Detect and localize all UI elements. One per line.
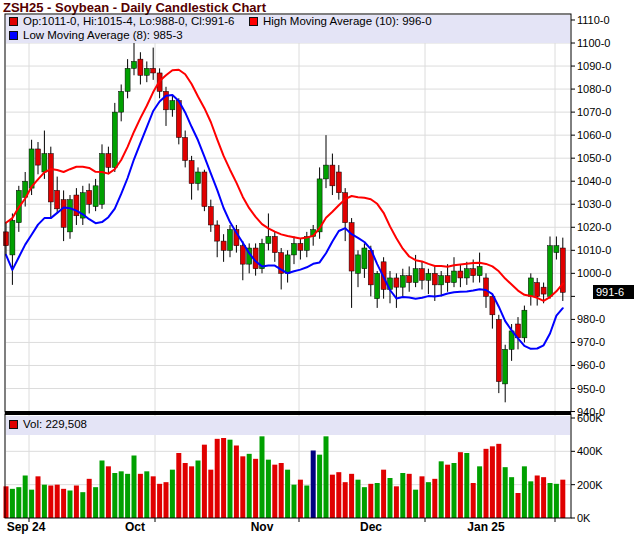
volume-bar xyxy=(356,480,361,518)
x-axis-month-label: Oct xyxy=(125,521,145,533)
volume-bar xyxy=(394,486,399,518)
volume-bar xyxy=(253,459,258,518)
candle-down xyxy=(55,190,60,208)
pane-separator xyxy=(5,411,571,415)
volume-bar xyxy=(234,446,239,519)
candle-down xyxy=(215,225,220,241)
volume-bar xyxy=(535,476,540,519)
volume-bar xyxy=(170,470,175,518)
volume-bar xyxy=(388,478,393,518)
volume-bar xyxy=(247,454,252,518)
volume-bar xyxy=(183,463,188,518)
candle-up xyxy=(503,349,508,384)
volume-bar xyxy=(317,455,322,518)
volume-bar xyxy=(420,476,425,518)
candle-down xyxy=(298,243,303,250)
candle-up xyxy=(400,276,405,288)
candle-up xyxy=(554,246,559,253)
volume-bar xyxy=(375,483,380,518)
candle-up xyxy=(413,269,418,283)
candle-up xyxy=(228,230,233,251)
volume-bar xyxy=(151,476,156,518)
volume-bar xyxy=(16,487,21,518)
volume-bar xyxy=(343,482,348,518)
ohlc-legend-label: Op:1011-0, Hi:1015-4, Lo:988-0, Cl:991-6 xyxy=(23,15,234,27)
candle-down xyxy=(407,276,412,283)
volume-bar xyxy=(100,461,105,519)
candle-down xyxy=(202,172,207,207)
candle-up xyxy=(426,273,431,280)
candle-down xyxy=(151,68,156,73)
price-tick-label: 1100-0 xyxy=(577,37,610,49)
volume-tick-label: 400K xyxy=(577,445,603,457)
volume-bar xyxy=(509,477,514,518)
candle-down xyxy=(106,154,111,168)
volume-tick-label: 200K xyxy=(577,479,603,491)
candle-down xyxy=(272,236,277,252)
volume-bar xyxy=(292,485,297,518)
candle-up xyxy=(477,266,482,275)
candle-down xyxy=(496,319,501,381)
price-pane-border xyxy=(5,14,571,412)
high-ma-legend-swatch-icon xyxy=(249,17,258,26)
volume-bar xyxy=(119,471,124,518)
volume-bar xyxy=(368,484,373,518)
price-tick-label: 1020-0 xyxy=(577,221,611,233)
volume-legend-row: Vol: 229,508 xyxy=(6,416,570,430)
volume-bar xyxy=(503,467,508,518)
price-tick-label: 1090-0 xyxy=(577,60,611,72)
candle-down xyxy=(349,223,354,271)
volume-bar xyxy=(93,487,98,518)
volume-bar xyxy=(349,474,354,518)
volume-bar xyxy=(330,475,335,518)
high-ma-legend-label: High Moving Average (10): 996-0 xyxy=(263,15,432,27)
volume-bar xyxy=(445,465,450,518)
candle-down xyxy=(208,207,213,225)
candle-down xyxy=(484,278,489,296)
x-axis-month-label: Dec xyxy=(360,521,382,533)
volume-bar xyxy=(522,466,527,518)
volume-bar xyxy=(528,481,533,518)
volume-bar xyxy=(164,482,169,518)
candle-down xyxy=(445,276,450,283)
ohlc-legend-swatch-icon xyxy=(9,17,18,26)
candle-up xyxy=(324,165,329,179)
volume-bar xyxy=(298,480,303,518)
volume-bar xyxy=(138,474,143,518)
candle-down xyxy=(394,278,399,287)
volume-bar xyxy=(285,470,290,518)
candle-down xyxy=(221,241,226,250)
candle-down xyxy=(420,269,425,281)
volume-bar xyxy=(496,444,501,518)
x-axis-month-label: Jan 25 xyxy=(467,521,504,533)
candle-down xyxy=(336,172,341,193)
candle-down xyxy=(471,269,476,276)
x-axis-month-label: Sep 24 xyxy=(7,521,46,533)
volume-bar xyxy=(61,489,66,518)
candlestick-chart-plot[interactable] xyxy=(0,0,640,536)
candle-up xyxy=(170,101,175,110)
volume-bar xyxy=(157,484,162,518)
price-tick-label: 970-0 xyxy=(577,336,605,348)
price-legend-row-2: Low Moving Average (8): 985-3 xyxy=(6,29,570,43)
candle-down xyxy=(176,101,181,138)
volume-bar xyxy=(311,451,316,519)
volume-bar xyxy=(144,471,149,518)
volume-bar xyxy=(112,473,117,518)
volume-tick-label: 600K xyxy=(577,412,603,424)
volume-bar xyxy=(432,479,437,518)
volume-bar xyxy=(80,492,85,518)
candle-down xyxy=(61,200,66,228)
candle-up xyxy=(439,276,444,285)
price-tick-label: 1070-0 xyxy=(577,106,611,118)
candle-down xyxy=(4,232,9,246)
volume-bar xyxy=(29,490,34,518)
candle-down xyxy=(164,91,169,109)
volume-bar xyxy=(324,436,329,518)
volume-bar xyxy=(132,456,137,519)
volume-bar xyxy=(240,456,245,518)
candle-up xyxy=(10,220,15,255)
candle-up xyxy=(375,273,380,298)
candle-up xyxy=(100,154,105,205)
candle-up xyxy=(144,68,149,75)
